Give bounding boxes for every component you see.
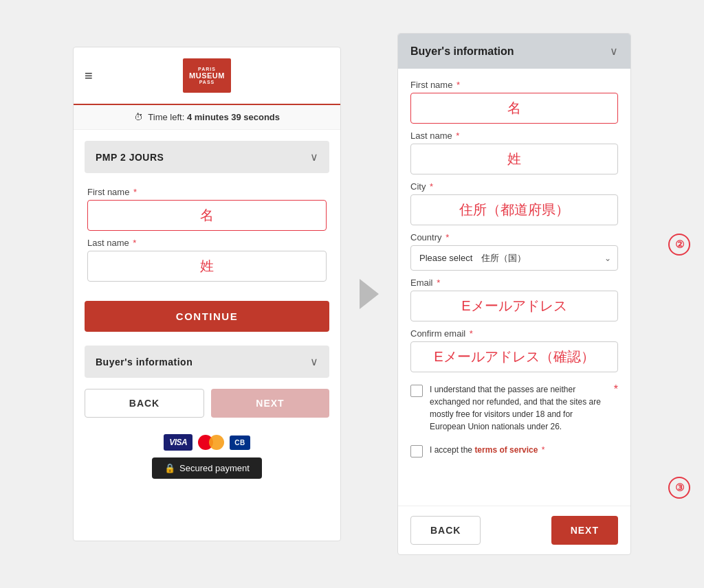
mastercard-logo xyxy=(198,434,224,451)
checkbox-1[interactable] xyxy=(410,385,423,397)
right-first-name-group: First name * xyxy=(410,80,618,124)
checkbox-2-text: I accept the terms of service * xyxy=(430,444,544,456)
right-email-label: Email * xyxy=(410,278,618,288)
left-form: First name * Last name * xyxy=(85,181,329,287)
right-back-button[interactable]: BACK xyxy=(410,516,481,545)
right-confirm-email-group: Confirm email * xyxy=(410,328,618,372)
timer-label: Time left: 4 minutes 39 seconds xyxy=(148,112,280,122)
right-country-select[interactable]: Please select 住所（国） xyxy=(410,245,618,271)
left-next-button: NEXT xyxy=(211,389,329,418)
right-last-name-label: Last name * xyxy=(410,131,618,141)
secured-payment-label: Secured payment xyxy=(179,463,250,473)
right-header-title: Buyer's information xyxy=(410,45,514,58)
right-next-button[interactable]: NEXT xyxy=(551,516,618,545)
right-confirm-email-input[interactable] xyxy=(410,341,618,372)
right-last-name-group: Last name * xyxy=(410,131,618,174)
checkbox-2[interactable] xyxy=(410,445,423,457)
last-name-input[interactable] xyxy=(87,251,327,282)
right-email-input[interactable] xyxy=(410,291,618,321)
timer-bar: ⏱ Time left: 4 minutes 39 seconds xyxy=(74,105,340,130)
logo: PARIS MUSEUM PASS xyxy=(183,58,231,93)
right-first-name-input[interactable] xyxy=(410,93,618,124)
last-name-label: Last name * xyxy=(87,238,327,248)
right-arrow-icon xyxy=(360,279,379,309)
first-name-group: First name * xyxy=(87,187,327,231)
first-name-label: First name * xyxy=(87,187,327,197)
first-name-input[interactable] xyxy=(87,200,327,231)
checkbox-2-required: * xyxy=(539,445,544,455)
pmp-accordion-title: PMP 2 JOURS xyxy=(96,152,164,163)
right-country-select-wrapper: Please select 住所（国） ⌄ xyxy=(410,245,618,271)
card-logos: VISA CB xyxy=(164,434,250,451)
right-first-name-label: First name * xyxy=(410,80,618,90)
right-city-label: City * xyxy=(410,181,618,192)
left-body: PMP 2 JOURS ∨ First name * Last name * xyxy=(74,130,340,541)
timer-value: 4 minutes 39 seconds xyxy=(187,112,280,122)
left-panel: ≡ PARIS MUSEUM PASS ⏱ Time left: 4 minut… xyxy=(73,47,341,541)
left-back-button[interactable]: BACK xyxy=(85,389,204,418)
logo-mid: MUSEUM xyxy=(189,71,225,80)
logo-bot: PASS xyxy=(199,80,215,84)
pmp-accordion[interactable]: PMP 2 JOURS ∨ xyxy=(85,141,329,173)
checkbox-1-text: I understand that the passes are neither… xyxy=(430,383,606,433)
terms-of-service-link[interactable]: terms of service xyxy=(474,445,538,455)
continue-button[interactable]: CONTINUE xyxy=(85,301,329,332)
right-country-group: Country * Please select 住所（国） ⌄ xyxy=(410,232,618,271)
logo-top: PARIS xyxy=(198,67,216,71)
step-circle-3: ③ xyxy=(668,477,690,499)
right-city-input[interactable] xyxy=(410,194,618,225)
buyer-accordion-title: Buyer's information xyxy=(96,357,192,368)
mc-yellow-circle xyxy=(209,435,224,450)
right-confirm-email-label: Confirm email * xyxy=(410,328,618,339)
buyer-chevron-icon: ∨ xyxy=(310,355,318,368)
left-nav-buttons: BACK NEXT xyxy=(85,389,329,418)
cb-logo: CB xyxy=(230,436,250,450)
secured-payment-badge: 🔒 Secured payment xyxy=(152,457,262,479)
payment-section: VISA CB 🔒 Secured payment xyxy=(85,434,329,490)
last-name-required: * xyxy=(131,238,137,248)
visa-logo: VISA xyxy=(164,434,192,451)
right-city-group: City * xyxy=(410,181,618,225)
right-nav-buttons: BACK NEXT xyxy=(398,506,630,554)
checkbox-1-row: I understand that the passes are neither… xyxy=(410,383,618,433)
right-header[interactable]: Buyer's information ∨ xyxy=(398,34,630,69)
right-country-label: Country * xyxy=(410,232,618,242)
right-email-group: Email * xyxy=(410,278,618,321)
hamburger-icon[interactable]: ≡ xyxy=(85,68,93,84)
timer-icon: ⏱ xyxy=(134,112,143,122)
left-header: ≡ PARIS MUSEUM PASS xyxy=(74,47,340,105)
buyer-accordion[interactable]: Buyer's information ∨ xyxy=(85,346,329,378)
pmp-chevron-icon: ∨ xyxy=(310,150,318,163)
right-header-chevron-icon: ∨ xyxy=(610,45,618,58)
step-circle-2: ② xyxy=(668,234,690,256)
last-name-group: Last name * xyxy=(87,238,327,282)
first-name-required: * xyxy=(131,187,137,197)
checkbox-2-row: I accept the terms of service * xyxy=(410,444,618,457)
right-panel: Buyer's information ∨ First name * Last … xyxy=(397,33,631,555)
arrow-container xyxy=(352,279,386,309)
right-body: First name * Last name * City * xyxy=(398,69,630,506)
lock-icon: 🔒 xyxy=(164,463,175,473)
right-last-name-input[interactable] xyxy=(410,144,618,174)
checkbox-1-required: * xyxy=(614,383,618,396)
